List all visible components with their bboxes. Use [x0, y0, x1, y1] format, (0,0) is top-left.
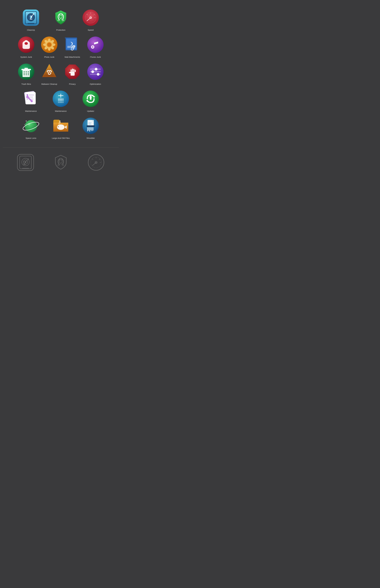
icon-updater[interactable]: Updater — [81, 89, 100, 112]
maintenance1-label: Maintenance — [25, 110, 37, 112]
icon-speed[interactable]: Speed — [81, 8, 100, 31]
svg-point-49 — [28, 71, 29, 72]
svg-point-98 — [63, 100, 64, 101]
svg-point-71 — [97, 73, 99, 76]
protection-label: Protection — [56, 29, 65, 31]
icon-trash-bins[interactable]: Trash Bins — [17, 62, 36, 85]
svg-point-96 — [60, 100, 61, 101]
svg-point-51 — [26, 73, 27, 74]
svg-rect-122 — [88, 122, 92, 123]
svg-point-22 — [25, 42, 28, 45]
svg-point-102 — [61, 102, 62, 103]
svg-rect-127 — [88, 127, 89, 131]
svg-point-40 — [87, 37, 104, 53]
speed-label: Speed — [88, 29, 94, 31]
svg-point-50 — [24, 73, 25, 74]
cleanup-label: CleanUp — [27, 29, 35, 31]
optimization-label: Optimization — [90, 83, 101, 85]
icon-photo-junk[interactable]: Photo Junk — [40, 35, 59, 58]
icon-system-junk[interactable]: System Junk — [17, 35, 36, 58]
svg-point-118 — [58, 127, 58, 127]
svg-point-69 — [95, 68, 97, 70]
svg-point-101 — [60, 102, 61, 103]
svg-point-145 — [96, 162, 97, 163]
svg-point-97 — [61, 100, 62, 101]
svg-rect-82 — [27, 98, 28, 100]
svg-point-116 — [57, 124, 65, 130]
icon-optimization[interactable]: Optimization — [86, 62, 105, 85]
svg-rect-124 — [88, 124, 91, 125]
svg-rect-75 — [29, 95, 34, 95]
svg-rect-128 — [89, 127, 90, 132]
photo-junk-label: Photo Junk — [44, 56, 54, 58]
icon-malware-cleanup[interactable]: Malware Cleanup — [40, 62, 59, 85]
main-section: 2 CleanUp — [0, 0, 122, 147]
svg-rect-36 — [66, 38, 67, 38]
svg-rect-126 — [87, 127, 88, 131]
svg-line-143 — [93, 162, 96, 165]
svg-text:2: 2 — [30, 14, 32, 21]
system-junk-label: System Junk — [20, 56, 32, 58]
svg-point-53 — [24, 74, 25, 75]
svg-rect-131 — [93, 127, 93, 131]
icon-space-lens[interactable]: Space Lens — [21, 116, 40, 139]
svg-point-138 — [28, 159, 29, 160]
svg-point-54 — [26, 74, 27, 75]
svg-rect-61 — [72, 69, 73, 72]
svg-rect-62 — [73, 69, 74, 72]
icon-maintenance1[interactable]: ✓ ✓ Maintenance — [21, 89, 40, 112]
svg-point-58 — [49, 72, 50, 73]
svg-point-99 — [58, 102, 59, 103]
bottom-section: 2 — [0, 147, 122, 177]
svg-point-92 — [61, 99, 62, 100]
svg-point-70 — [91, 70, 94, 73]
svg-point-89 — [58, 99, 59, 100]
svg-rect-37 — [66, 39, 76, 49]
icon-cleanup[interactable]: 2 CleanUp — [21, 8, 40, 31]
svg-rect-64 — [69, 72, 71, 73]
svg-point-95 — [59, 100, 60, 101]
svg-rect-9 — [28, 23, 34, 24]
icon-mail-attachments[interactable]: Mail Attachments — [63, 35, 82, 58]
itunes-junk-label: iTunes Junk — [90, 56, 101, 58]
icon-large-old-files[interactable]: Large And Old Files — [51, 116, 70, 139]
icon-itunes-junk[interactable]: iTunes Junk — [86, 35, 105, 58]
large-old-files-label: Large And Old Files — [52, 137, 70, 139]
svg-rect-74 — [25, 92, 36, 104]
svg-point-16 — [90, 17, 91, 18]
svg-line-149 — [99, 159, 100, 160]
svg-point-94 — [58, 100, 59, 101]
svg-rect-108 — [90, 97, 92, 100]
svg-rect-140 — [22, 168, 29, 169]
svg-rect-39 — [67, 47, 74, 48]
bottom-cleanup-icon: 2 — [16, 153, 35, 172]
bottom-speed-icon — [87, 153, 106, 172]
svg-point-52 — [28, 73, 29, 74]
svg-rect-76 — [29, 97, 33, 97]
icon-protection[interactable]: Protection — [51, 8, 70, 31]
icon-privacy[interactable]: Privacy — [63, 62, 82, 85]
svg-rect-130 — [92, 127, 92, 131]
shredder-label: Shredder — [86, 137, 95, 139]
malware-cleanup-label: Malware Cleanup — [41, 83, 57, 85]
space-lens-label: Space Lens — [25, 137, 36, 139]
svg-point-33 — [47, 43, 51, 47]
svg-point-103 — [63, 102, 64, 103]
svg-point-90 — [59, 99, 60, 100]
maintenance2-label: Maintenance — [55, 110, 67, 112]
svg-rect-60 — [71, 69, 72, 72]
privacy-label: Privacy — [69, 83, 76, 85]
svg-point-93 — [63, 99, 64, 100]
icon-maintenance2[interactable]: Maintenance — [51, 89, 70, 112]
svg-point-114 — [28, 123, 29, 124]
trash-bins-label: Trash Bins — [21, 83, 31, 85]
svg-point-48 — [26, 71, 27, 72]
icon-shredder[interactable]: Shredder — [81, 116, 100, 139]
svg-point-91 — [60, 99, 61, 100]
svg-rect-63 — [75, 70, 76, 72]
bottom-protection-icon — [51, 153, 70, 172]
svg-point-111 — [26, 121, 27, 122]
svg-line-148 — [92, 159, 93, 160]
svg-rect-35 — [65, 38, 66, 38]
svg-text:✓: ✓ — [27, 94, 28, 96]
